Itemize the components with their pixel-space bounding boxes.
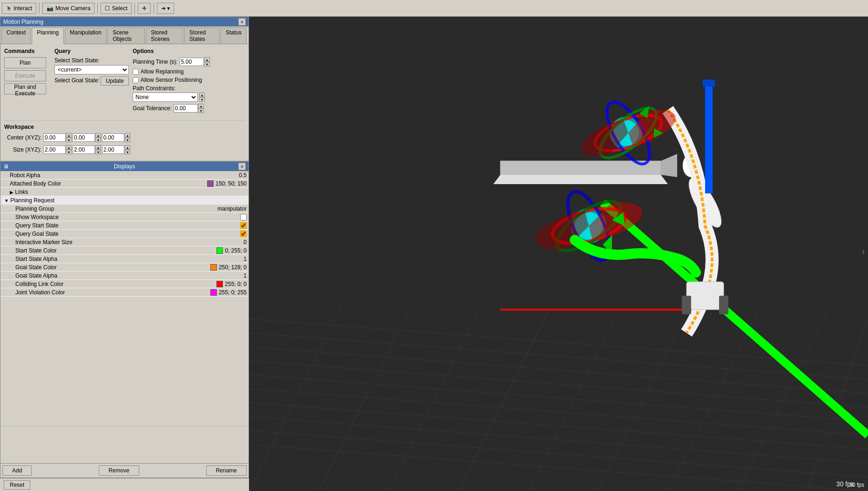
- tab-status[interactable]: Status: [221, 27, 247, 44]
- displays-close[interactable]: ✕: [238, 163, 246, 170]
- center-z-spinbox: ▲ ▼: [102, 133, 130, 142]
- displays-title: Displays: [114, 163, 135, 170]
- display-row-links[interactable]: ▶ Links: [0, 188, 249, 196]
- center-z-input[interactable]: [102, 133, 124, 142]
- tab-stored-scenes[interactable]: Stored Scenes: [146, 27, 183, 44]
- display-row-show-workspace[interactable]: Show Workspace: [0, 213, 249, 221]
- workspace-section: Workspace Center (XYZ): ▲ ▼: [4, 120, 245, 154]
- displays-icon: 🖥: [3, 163, 9, 170]
- path-constraints-up[interactable]: ▲: [199, 93, 205, 97]
- size-x-up[interactable]: ▲: [66, 145, 72, 150]
- query-start-state-checkbox[interactable]: [240, 222, 247, 229]
- start-state-alpha-name: Start State Alpha: [2, 256, 191, 262]
- rename-button[interactable]: Rename: [206, 465, 247, 476]
- execute-button[interactable]: Execute: [4, 70, 46, 81]
- options-label: Options: [133, 48, 245, 54]
- colliding-link-color-swatch: [216, 281, 223, 287]
- update-button[interactable]: Update: [101, 76, 129, 86]
- size-x-down[interactable]: ▼: [66, 150, 72, 154]
- size-xyz-row: Size (XYZ): ▲ ▼: [4, 145, 245, 154]
- goal-tolerance-arrows: ▲ ▼: [198, 104, 204, 113]
- display-row-query-goal-state[interactable]: Query Goal State: [0, 230, 249, 238]
- size-y-input[interactable]: [73, 146, 95, 154]
- display-row-colliding-link-color[interactable]: Colliding Link Color 255; 0; 0: [0, 280, 249, 288]
- allow-replanning-row: Allow Replanning: [133, 68, 245, 75]
- allow-replanning-checkbox[interactable]: [133, 69, 139, 75]
- display-row-robot-alpha[interactable]: Robot Alpha 0.5: [0, 171, 249, 179]
- links-arrow[interactable]: ▶: [10, 190, 13, 195]
- center-x-spinbox: ▲ ▼: [43, 133, 72, 142]
- goal-tolerance-down[interactable]: ▼: [198, 108, 204, 113]
- attached-body-color-swatch: [207, 180, 214, 187]
- center-x-up[interactable]: ▲: [66, 133, 72, 138]
- display-row-planning-request[interactable]: ▼ Planning Request: [0, 196, 249, 205]
- crosshair-button[interactable]: ✛: [138, 3, 151, 14]
- select-button[interactable]: ☐ Select: [101, 3, 131, 14]
- center-xyz-label: Center (XYZ):: [4, 134, 41, 141]
- tab-manipulation[interactable]: Manipulation: [65, 27, 107, 44]
- size-x-input[interactable]: [43, 146, 66, 154]
- interact-button[interactable]: 🖱 Interact: [2, 3, 36, 14]
- viewport[interactable]: 30 fps › 30 fps: [249, 17, 868, 491]
- center-y-input[interactable]: [73, 133, 95, 142]
- planning-time-input[interactable]: [180, 58, 204, 66]
- plan-button[interactable]: Plan: [4, 57, 46, 68]
- start-state-select[interactable]: <current>: [54, 65, 129, 74]
- svg-rect-28: [682, 296, 691, 314]
- planning-request-arrow[interactable]: ▼: [4, 198, 9, 203]
- display-row-start-state-color[interactable]: Start State Color 0; 255; 0: [0, 246, 249, 255]
- center-z-up[interactable]: ▲: [125, 133, 130, 138]
- planning-request-name: ▼ Planning Request: [2, 197, 191, 204]
- size-z-down[interactable]: ▼: [125, 150, 130, 154]
- links-name: ▶ Links: [2, 189, 191, 195]
- query-goal-state-checkbox[interactable]: [240, 231, 247, 237]
- display-row-goal-state-alpha[interactable]: Goal State Alpha 1: [0, 272, 249, 280]
- tab-planning[interactable]: Planning: [32, 27, 64, 44]
- attached-body-color-value: 150; 50; 150: [191, 180, 247, 187]
- goal-tolerance-up[interactable]: ▲: [198, 104, 204, 108]
- tab-context[interactable]: Context: [1, 27, 31, 44]
- svg-rect-27: [686, 282, 724, 310]
- center-x-input[interactable]: [43, 133, 66, 142]
- size-z-input[interactable]: [102, 146, 124, 154]
- center-z-down[interactable]: ▼: [125, 138, 130, 142]
- toolbar: 🖱 Interact 📷 Move Camera ☐ Select ✛ ➜ ▾: [0, 0, 868, 17]
- goal-tolerance-input[interactable]: [174, 104, 198, 113]
- path-constraints-select[interactable]: None: [133, 93, 198, 102]
- remove-button[interactable]: Remove: [99, 465, 139, 476]
- allow-sensor-positioning-checkbox[interactable]: [133, 77, 139, 83]
- plan-execute-button[interactable]: Plan and Execute: [4, 83, 46, 94]
- size-y-down[interactable]: ▼: [95, 150, 101, 154]
- size-y-up[interactable]: ▲: [95, 145, 101, 150]
- goal-tolerance-row: Goal Tolerance: ▲ ▼: [133, 104, 245, 113]
- display-row-interactive-marker-size[interactable]: Interactive Marker Size 0: [0, 238, 249, 246]
- show-workspace-value: [191, 214, 247, 220]
- select-icon: ☐: [105, 5, 110, 12]
- center-xyz-row: Center (XYZ): ▲ ▼: [4, 133, 245, 142]
- path-constraints-down[interactable]: ▼: [199, 97, 205, 102]
- planning-time-label: Planning Time (s):: [133, 59, 178, 65]
- display-row-start-state-alpha[interactable]: Start State Alpha 1: [0, 255, 249, 263]
- motion-planning-close[interactable]: ✕: [238, 18, 246, 26]
- display-row-planning-group[interactable]: Planning Group manipulator: [0, 205, 249, 213]
- center-x-down[interactable]: ▼: [66, 138, 72, 142]
- reset-button[interactable]: Reset: [4, 480, 30, 490]
- arrow-button[interactable]: ➜ ▾: [157, 3, 174, 14]
- display-row-attached-body-color[interactable]: Attached Body Color 150; 50; 150: [0, 179, 249, 188]
- tab-scene-objects[interactable]: Scene Objects: [108, 27, 145, 44]
- planning-time-down[interactable]: ▼: [204, 62, 210, 66]
- show-workspace-checkbox[interactable]: [240, 214, 247, 220]
- add-button[interactable]: Add: [2, 465, 32, 476]
- center-y-up[interactable]: ▲: [95, 133, 101, 138]
- interactive-marker-size-value: 0: [191, 239, 247, 246]
- center-y-down[interactable]: ▼: [95, 138, 101, 142]
- move-camera-label: Move Camera: [55, 5, 90, 12]
- tab-stored-states[interactable]: Stored States: [184, 27, 220, 44]
- display-row-joint-violation-color[interactable]: Joint Violation Color 255; 0; 255: [0, 288, 249, 297]
- display-row-query-start-state[interactable]: Query Start State: [0, 221, 249, 230]
- display-row-goal-state-color[interactable]: Goal State Color 250; 128; 0: [0, 263, 249, 272]
- move-camera-button[interactable]: 📷 Move Camera: [42, 3, 94, 14]
- planning-time-up[interactable]: ▲: [204, 57, 210, 62]
- size-z-up[interactable]: ▲: [125, 145, 130, 150]
- select-start-state-label: Select Start State:: [54, 57, 129, 64]
